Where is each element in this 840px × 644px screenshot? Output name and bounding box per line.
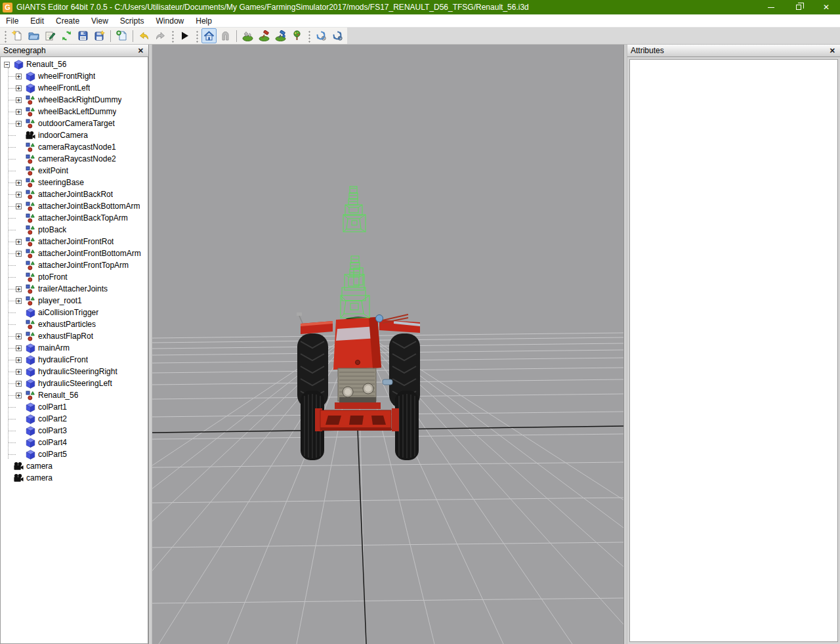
expander-toggle[interactable]: + xyxy=(16,85,22,91)
expander-toggle[interactable]: + xyxy=(16,381,22,387)
scenegraph-node-hydraulicSteeringLeft[interactable]: +hydraulicSteeringLeft xyxy=(1,377,148,389)
menu-view[interactable]: View xyxy=(85,15,114,27)
toolbar-grip[interactable] xyxy=(171,30,175,43)
reload-scripts-button[interactable] xyxy=(330,28,345,43)
scenegraph-node-indoorCamera[interactable]: indoorCamera xyxy=(1,129,148,141)
scenegraph-node-ptoBack[interactable]: ptoBack xyxy=(1,224,148,236)
scenegraph-node-exitPoint[interactable]: exitPoint xyxy=(1,165,148,177)
toolbar-grip[interactable] xyxy=(3,30,7,43)
scenegraph-node-cameraRaycastNode1[interactable]: cameraRaycastNode1 xyxy=(1,141,148,153)
scenegraph-node-camera[interactable]: camera xyxy=(1,460,148,472)
scenegraph-node-hydraulicSteeringRight[interactable]: +hydraulicSteeringRight xyxy=(1,366,148,377)
expander-toggle[interactable]: + xyxy=(16,345,22,351)
menu-window[interactable]: Window xyxy=(150,15,190,27)
reload-shaders-button[interactable] xyxy=(314,28,329,43)
scenegraph-node-wheelBackLeftDummy[interactable]: +wheelBackLeftDummy xyxy=(1,106,148,118)
expander-toggle[interactable]: + xyxy=(16,239,22,245)
expander-toggle[interactable]: + xyxy=(16,97,22,103)
node-label: steeringBase xyxy=(38,178,84,187)
scenegraph-node-player_root1[interactable]: +player_root1 xyxy=(1,295,148,307)
reload-file-button[interactable] xyxy=(59,28,74,43)
terrain-foliage-button[interactable] xyxy=(273,28,288,43)
scenegraph-node-colPart5[interactable]: colPart5 xyxy=(1,448,148,460)
scenegraph-node-attacherJointFrontTopArm[interactable]: attacherJointFrontTopArm xyxy=(1,259,148,271)
scenegraph-node-exhaustParticles[interactable]: exhaustParticles xyxy=(1,318,148,330)
scenegraph-node-attacherJointFrontRot[interactable]: +attacherJointFrontRot xyxy=(1,236,148,247)
menu-create[interactable]: Create xyxy=(50,15,85,27)
scenegraph-node-hydraulicFront[interactable]: +hydraulicFront xyxy=(1,354,148,366)
play-button[interactable] xyxy=(177,28,192,43)
scenegraph-node-attacherJointBackBottomArm[interactable]: +attacherJointBackBottomArm xyxy=(1,200,148,212)
wireframe-helper-upper[interactable] xyxy=(341,184,373,236)
scenegraph-node-outdoorCameraTarget[interactable]: +outdoorCameraTarget xyxy=(1,118,148,129)
cube-icon xyxy=(25,343,35,353)
viewport-3d[interactable] xyxy=(152,45,623,644)
import-file-button[interactable] xyxy=(114,28,129,43)
menu-scripts[interactable]: Scripts xyxy=(114,15,150,27)
maximize-restore-button[interactable] xyxy=(785,0,812,14)
wireframe-helper-lower[interactable] xyxy=(338,255,375,320)
scenegraph-node-cameraRaycastNode2[interactable]: cameraRaycastNode2 xyxy=(1,153,148,165)
expander-toggle[interactable]: + xyxy=(16,204,22,209)
scenegraph-node-colPart3[interactable]: colPart3 xyxy=(1,425,148,437)
expander-toggle[interactable]: + xyxy=(16,369,22,375)
scenegraph-node-mainArm[interactable]: +mainArm xyxy=(1,342,148,354)
expander-toggle[interactable]: + xyxy=(16,357,22,363)
menu-file[interactable]: File xyxy=(0,15,24,27)
expander-toggle[interactable]: + xyxy=(16,180,22,186)
node-label: camera xyxy=(26,462,52,471)
node-label: hydraulicFront xyxy=(38,355,88,364)
terrain-sculpt-button[interactable] xyxy=(240,28,255,43)
menu-help[interactable]: Help xyxy=(190,15,218,27)
scenegraph-node-colPart2[interactable]: colPart2 xyxy=(1,413,148,425)
expander-toggle[interactable]: + xyxy=(16,298,22,304)
new-file-button[interactable] xyxy=(10,28,25,43)
minimize-button[interactable] xyxy=(757,0,785,14)
scenegraph-node-steeringBase[interactable]: +steeringBase xyxy=(1,177,148,188)
terrain-paint-button[interactable] xyxy=(257,28,272,43)
expander-toggle[interactable]: + xyxy=(16,74,22,79)
expander-toggle[interactable]: + xyxy=(16,333,22,339)
expander-toggle[interactable]: + xyxy=(16,251,22,257)
close-button[interactable]: ✕ xyxy=(812,0,840,14)
menu-edit[interactable]: Edit xyxy=(24,15,50,27)
expander-toggle[interactable]: + xyxy=(16,121,22,127)
scenegraph-tree: −Renault_56+wheelFrontRight+wheelFrontLe… xyxy=(1,57,148,484)
scenegraph-node-exhaustFlapRot[interactable]: +exhaustFlapRot xyxy=(1,330,148,342)
scenegraph-node-attacherJointFrontBottomArm[interactable]: +attacherJointFrontBottomArm xyxy=(1,247,148,259)
scenegraph-node-colPart4[interactable]: colPart4 xyxy=(1,437,148,448)
expander-toggle[interactable]: + xyxy=(16,109,22,115)
open-file-button[interactable] xyxy=(26,28,41,43)
scenegraph-close-icon[interactable]: ✕ xyxy=(136,47,145,54)
tractor-model[interactable] xyxy=(295,312,427,463)
scenegraph-node-attacherJointBackTopArm[interactable]: attacherJointBackTopArm xyxy=(1,212,148,224)
undo-button[interactable] xyxy=(136,28,152,43)
scenegraph-node-aiCollisionTrigger[interactable]: aiCollisionTrigger xyxy=(1,307,148,318)
scenegraph-node-Renault_56[interactable]: +Renault_56 xyxy=(1,389,148,401)
save-file-button[interactable] xyxy=(75,28,91,43)
toolbar-grip[interactable] xyxy=(307,30,311,43)
attributes-close-icon[interactable]: ✕ xyxy=(828,47,837,54)
scenegraph-node-wheelBackRightDummy[interactable]: +wheelBackRightDummy xyxy=(1,94,148,106)
expander-toggle[interactable]: + xyxy=(16,286,22,292)
attributes-panel-header[interactable]: Attributes ✕ xyxy=(627,45,840,57)
save-file-as-button[interactable] xyxy=(92,28,107,43)
toolbar-grip[interactable] xyxy=(195,30,199,43)
expander-toggle[interactable]: + xyxy=(16,393,22,398)
tree-brush-button[interactable] xyxy=(289,28,304,43)
scenegraph-node-colPart1[interactable]: colPart1 xyxy=(1,401,148,413)
scenegraph-node-Renault_56[interactable]: −Renault_56 xyxy=(1,58,148,70)
expander-toggle[interactable]: + xyxy=(16,192,22,198)
expander-toggle[interactable]: − xyxy=(4,62,10,68)
home-camera-button[interactable] xyxy=(201,28,217,43)
snap-magnet-button[interactable] xyxy=(218,28,233,43)
scenegraph-node-ptoFront[interactable]: ptoFront xyxy=(1,271,148,283)
scenegraph-node-camera[interactable]: camera xyxy=(1,472,148,484)
scenegraph-node-wheelFrontLeft[interactable]: +wheelFrontLeft xyxy=(1,82,148,94)
edit-session-button[interactable] xyxy=(43,28,58,43)
scenegraph-node-attacherJointBackRot[interactable]: +attacherJointBackRot xyxy=(1,188,148,200)
scenegraph-node-wheelFrontRight[interactable]: +wheelFrontRight xyxy=(1,70,148,82)
redo-button[interactable] xyxy=(153,28,168,43)
scenegraph-node-trailerAttacherJoints[interactable]: +trailerAttacherJoints xyxy=(1,283,148,295)
scenegraph-panel-header[interactable]: Scenegraph ✕ xyxy=(0,45,148,57)
